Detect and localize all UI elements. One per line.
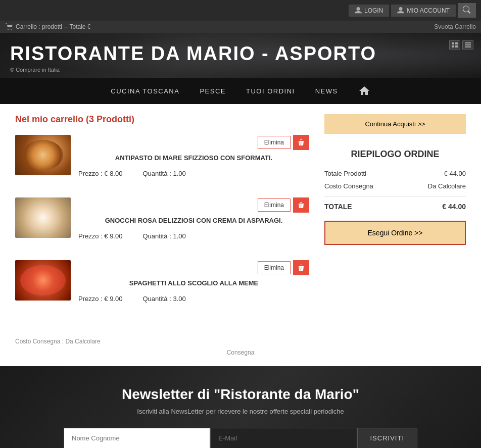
summary-title: RIEPILOGO ORDINE <box>324 149 466 160</box>
svg-rect-2 <box>452 42 454 44</box>
bottom-info: Costo Consegna : Da Calcolare Consegna <box>0 333 481 366</box>
cart-item-actions-3: Elimina <box>78 260 309 275</box>
header: RISTORANTE DA MARIO - ASPORTO © Comprare… <box>0 33 481 78</box>
svg-rect-8 <box>465 46 471 47</box>
continue-shopping-button[interactable]: Continua Acquisti >> <box>324 114 466 134</box>
totale-row: TOTALE € 44.00 <box>324 203 466 211</box>
table-row: Elimina SPAGHETTI ALLO SCOGLIO ALLA MEME… <box>15 260 309 310</box>
order-summary: RIEPILOGO ORDINE Totale Prodotti € 44.00… <box>324 144 466 250</box>
costo-consegna-row: Costo Consegna Da Calcolare <box>324 182 466 190</box>
layout-icon-1[interactable] <box>449 40 460 49</box>
cart-section: Nel mio carrello (3 Prodotti) Elimina AN… <box>15 114 309 323</box>
top-bar: LOGIN MIO ACCOUNT <box>0 0 481 21</box>
home-icon[interactable] <box>358 85 370 97</box>
product-image-1 <box>15 135 71 175</box>
newsletter-title: Newsletter di "Ristorante da Mario" <box>10 386 471 403</box>
totale-value: € 44.00 <box>442 203 466 211</box>
product-price-2: Prezzo : € 9.00 <box>78 232 122 240</box>
cart-item-details-3: Elimina SPAGHETTI ALLO SCOGLIO ALLA MEME… <box>78 260 309 303</box>
newsletter-form: ISCRIVITI <box>64 428 417 448</box>
svuota-carrello-button[interactable]: Svuota Carrello <box>434 23 476 30</box>
product-name-3: SPAGHETTI ALLO SCOGLIO ALLA MEME <box>78 279 309 287</box>
product-qty-3: Quantità : 3.00 <box>142 295 185 303</box>
costo-consegna-value: Da Calcolare <box>428 182 466 190</box>
product-price-1: Prezzo : € 8.00 <box>78 170 122 177</box>
search-button[interactable] <box>458 3 476 18</box>
delete-icon-button-3[interactable] <box>293 260 309 275</box>
login-button[interactable]: LOGIN <box>349 5 389 17</box>
svg-rect-5 <box>455 45 458 47</box>
cart-item-details-2: Elimina GNOCCHI ROSA DELIZZIOSI CON CREM… <box>78 197 309 240</box>
totale-prodotti-row: Totale Prodotti € 44.00 <box>324 170 466 177</box>
svg-rect-7 <box>465 44 471 45</box>
main-content: Nel mio carrello (3 Prodotti) Elimina AN… <box>0 104 481 333</box>
product-image-2 <box>15 197 71 238</box>
newsletter-submit-button[interactable]: ISCRIVITI <box>357 428 418 448</box>
elimina-button-3[interactable]: Elimina <box>258 261 291 274</box>
table-row: Elimina ANTIPASTO DI MARE SFIZZIOSO CON … <box>15 135 309 185</box>
sidebar-section: Continua Acquisti >> RIEPILOGO ORDINE To… <box>324 114 466 323</box>
costo-consegna-label: Costo Consegna <box>324 182 373 190</box>
svg-point-0 <box>8 29 9 30</box>
product-image-3 <box>15 260 71 301</box>
table-row: Elimina GNOCCHI ROSA DELIZZIOSI CON CREM… <box>15 197 309 247</box>
layout-icon-2[interactable] <box>462 40 473 49</box>
product-qty-1: Quantità : 1.00 <box>142 170 185 177</box>
nav-news[interactable]: NEWS <box>315 87 338 95</box>
order-divider <box>324 196 466 196</box>
newsletter-subtitle: Iscriviti alla NewsLetter per ricevere l… <box>10 408 471 415</box>
product-name-2: GNOCCHI ROSA DELIZZIOSI CON CREMA DI ASP… <box>78 217 309 224</box>
costo-consegna-info: Costo Consegna : Da Calcolare <box>15 338 466 345</box>
svg-rect-6 <box>465 42 471 43</box>
nav-pesce[interactable]: PESCE <box>200 87 226 95</box>
svg-rect-3 <box>455 42 458 44</box>
nav-cucina-toscana[interactable]: CUCINA TOSCANA <box>111 87 179 95</box>
footer-newsletter: Newsletter di "Ristorante da Mario" Iscr… <box>0 366 481 448</box>
main-nav: CUCINA TOSCANA PESCE TUOI ORDINI NEWS <box>0 78 481 104</box>
cart-item-actions-1: Elimina <box>78 135 309 150</box>
product-price-3: Prezzo : € 9.00 <box>78 295 122 303</box>
account-button[interactable]: MIO ACCOUNT <box>391 5 456 17</box>
cart-item-details-1: Elimina ANTIPASTO DI MARE SFIZZIOSO CON … <box>78 135 309 177</box>
svg-point-1 <box>11 29 12 30</box>
svg-rect-4 <box>452 45 454 47</box>
totale-prodotti-label: Totale Prodotti <box>324 170 366 177</box>
newsletter-name-input[interactable] <box>64 428 210 448</box>
site-title: RISTORANTE DA MARIO - ASPORTO <box>10 43 471 65</box>
newsletter-email-input[interactable] <box>210 428 357 448</box>
totale-prodotti-value: € 44.00 <box>444 170 466 177</box>
cart-info: Carrello : prodotti -- Totale € <box>5 23 91 31</box>
product-name-1: ANTIPASTO DI MARE SFIZZIOSO CON SFORMATI… <box>78 154 309 162</box>
nav-tuoi-ordini[interactable]: TUOI ORDINI <box>246 87 295 95</box>
elimina-button-2[interactable]: Elimina <box>258 198 291 212</box>
totale-label: TOTALE <box>324 203 352 211</box>
cart-item-actions-2: Elimina <box>78 197 309 213</box>
elimina-button-1[interactable]: Elimina <box>258 136 291 149</box>
header-icons <box>449 40 473 49</box>
product-qty-2: Quantità : 1.00 <box>142 232 185 240</box>
cart-title: Nel mio carrello (3 Prodotti) <box>15 114 309 125</box>
cart-bar: Carrello : prodotti -- Totale € Svuota C… <box>0 21 481 33</box>
delete-icon-button-2[interactable] <box>293 197 309 213</box>
consegna-link[interactable]: Consegna <box>15 349 466 356</box>
delete-icon-button-1[interactable] <box>293 135 309 150</box>
header-copy: © Comprare in Italia <box>10 67 471 73</box>
esegui-ordine-button[interactable]: Esegui Ordine >> <box>324 221 466 245</box>
